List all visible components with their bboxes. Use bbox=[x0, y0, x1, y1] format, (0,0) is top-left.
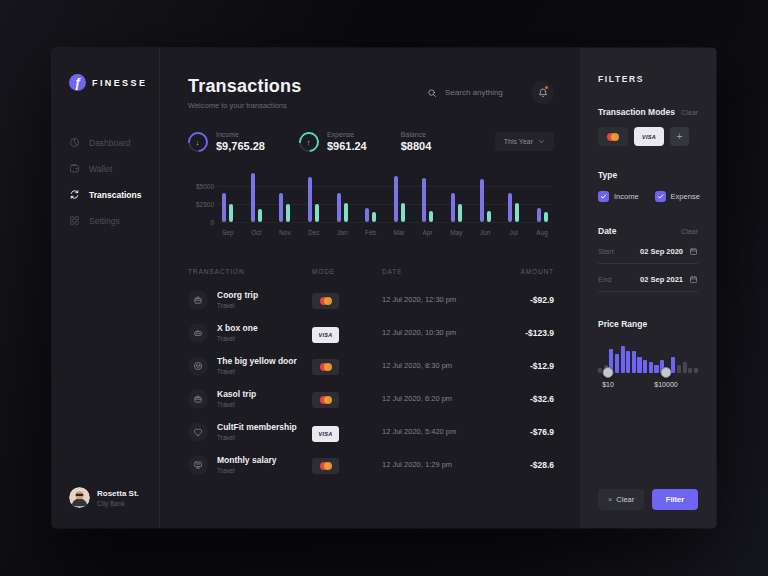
date-field-value: 02 Sep 2020 bbox=[640, 247, 683, 256]
checkbox-expense[interactable]: Expense bbox=[655, 191, 700, 202]
stat-value: $8804 bbox=[401, 140, 432, 152]
clear-filters-button[interactable]: × Clear bbox=[598, 489, 644, 510]
income-ring-icon: ↓ bbox=[184, 127, 212, 155]
income-bar bbox=[508, 193, 512, 222]
table-row[interactable]: CultFit membershipTravelVISA12 Jul 2020,… bbox=[188, 415, 554, 448]
date-cell: 12 Jul 2020, 12:30 pm bbox=[382, 295, 502, 304]
brand-name: FINESSE bbox=[92, 78, 147, 88]
expense-bar bbox=[344, 203, 348, 222]
table-row[interactable]: Monthly salaryTravel12 Jul 2020, 1:29 pm… bbox=[188, 448, 554, 481]
mastercard-orange-circle bbox=[611, 133, 619, 141]
visa-chip[interactable]: VISA bbox=[634, 127, 664, 146]
x-axis-tick-label: Aug bbox=[536, 229, 548, 236]
transaction-modes-label: Transaction Modes bbox=[598, 107, 675, 117]
amount-cell: -$32.6 bbox=[502, 394, 554, 404]
expense-bar bbox=[315, 204, 319, 222]
visa-chip: VISA bbox=[312, 426, 339, 442]
income-bar bbox=[308, 177, 312, 222]
date-field-label: Start bbox=[598, 247, 640, 256]
date-cell: 12 Jul 2020, 5:420 pm bbox=[382, 427, 502, 436]
y-axis-tick-label: $5000 bbox=[196, 183, 214, 190]
table-row[interactable]: X box oneTravelVISA12 Jul 2020, 10:30 pm… bbox=[188, 316, 554, 349]
income-bar bbox=[422, 178, 426, 222]
mastercard-chip bbox=[312, 458, 339, 474]
transaction-cell: CultFit membershipTravel bbox=[188, 422, 312, 442]
page-title: Transactions bbox=[188, 76, 301, 97]
table-row[interactable]: Kasol tripTravel12 Jul 2020, 6:20 pm-$32… bbox=[188, 382, 554, 415]
chart-bar-group: Apr bbox=[422, 172, 433, 236]
date-field-end[interactable]: End02 Sep 2021 bbox=[598, 275, 698, 292]
amount-cell: -$92.9 bbox=[502, 295, 554, 305]
sidebar-item-label: Settings bbox=[89, 216, 120, 226]
chart-bar-group: Aug bbox=[536, 172, 548, 236]
check-icon bbox=[600, 193, 607, 200]
profile-subtitle: City Bank bbox=[97, 500, 139, 507]
histogram-bar bbox=[621, 346, 625, 373]
table-row[interactable]: The big yellow doorTravel12 Jul 2020, 8:… bbox=[188, 349, 554, 382]
sidebar-item-wallet[interactable]: Wallet bbox=[69, 163, 159, 174]
mastercard-orange-circle bbox=[324, 363, 332, 371]
income-bar bbox=[537, 208, 541, 222]
check-icon bbox=[657, 193, 664, 200]
mode-cell bbox=[312, 456, 382, 474]
checkbox-income[interactable]: Income bbox=[598, 191, 639, 202]
transaction-icon-circle bbox=[188, 290, 208, 310]
expense-bar bbox=[372, 212, 376, 222]
chart-bar-group: Sep bbox=[222, 172, 234, 236]
x-axis-tick-label: Apr bbox=[422, 229, 432, 236]
expense-bar bbox=[544, 212, 548, 222]
expense-bar bbox=[286, 204, 290, 222]
add-mode-button[interactable]: + bbox=[670, 127, 689, 146]
date-field-label: End bbox=[598, 275, 640, 284]
min-price-handle[interactable] bbox=[603, 367, 614, 378]
table-header-row: TRANSACTIONMODEDATEAMOUNT bbox=[188, 264, 554, 283]
period-selector[interactable]: This Year bbox=[495, 132, 554, 151]
notifications-button[interactable] bbox=[531, 81, 554, 104]
checkbox-icon bbox=[655, 191, 666, 202]
expense-bar bbox=[487, 211, 491, 222]
transaction-category: Travel bbox=[217, 302, 258, 309]
stat-expense: ↑Expense$961.24 bbox=[299, 131, 367, 152]
amount-cell: -$123.9 bbox=[502, 328, 554, 338]
sidebar-item-transcations[interactable]: Transcations bbox=[69, 189, 159, 200]
column-header: AMOUNT bbox=[502, 268, 554, 275]
transaction-modes-chips: VISA+ bbox=[598, 127, 698, 146]
type-label: Type bbox=[598, 170, 617, 180]
avatar bbox=[69, 487, 90, 508]
transaction-title: Kasol trip bbox=[217, 389, 256, 399]
mastercard-orange-circle bbox=[324, 297, 332, 305]
date-field-start[interactable]: Start02 Sep 2020 bbox=[598, 247, 698, 264]
user-profile[interactable]: Rosetta St. City Bank bbox=[69, 487, 159, 508]
sidebar-item-label: Dashboard bbox=[89, 138, 131, 148]
main-content: Transactions Welcome to your transaction… bbox=[160, 48, 580, 528]
sidebar-item-dashboard[interactable]: Dashboard bbox=[69, 137, 159, 148]
apply-filter-button[interactable]: Filter bbox=[652, 489, 698, 510]
income-bar bbox=[337, 193, 341, 222]
sidebar-item-label: Wallet bbox=[89, 164, 112, 174]
search-input[interactable] bbox=[443, 87, 519, 98]
notification-dot bbox=[545, 86, 548, 89]
histogram-bar bbox=[632, 351, 636, 373]
x-axis-tick-label: Nov bbox=[279, 229, 291, 236]
filters-title: FILTERS bbox=[598, 74, 698, 84]
gamepad-icon bbox=[193, 328, 203, 338]
x-axis-tick-label: Feb bbox=[365, 229, 376, 236]
expense-bar bbox=[401, 203, 405, 222]
x-axis-tick-label: Jun bbox=[480, 229, 490, 236]
sidebar-item-settings[interactable]: Settings bbox=[69, 215, 159, 226]
histogram-bar bbox=[649, 362, 653, 373]
mode-cell bbox=[312, 357, 382, 375]
mastercard-chip bbox=[312, 359, 339, 375]
transaction-category: Travel bbox=[217, 335, 258, 342]
histogram-bar bbox=[626, 351, 630, 373]
transaction-icon-circle bbox=[188, 356, 208, 376]
date-cell: 12 Jul 2020, 8:30 pm bbox=[382, 361, 502, 370]
chart-bar-group: Oct bbox=[251, 172, 262, 236]
table-row[interactable]: Coorg tripTravel12 Jul 2020, 12:30 pm-$9… bbox=[188, 283, 554, 316]
chart-bar-group: Jun bbox=[480, 172, 491, 236]
mastercard-chip[interactable] bbox=[598, 127, 628, 146]
search-field[interactable] bbox=[427, 87, 519, 98]
clear-date-link[interactable]: Clear bbox=[681, 228, 698, 235]
max-price-handle[interactable] bbox=[661, 367, 672, 378]
clear-modes-link[interactable]: Clear bbox=[681, 109, 698, 116]
